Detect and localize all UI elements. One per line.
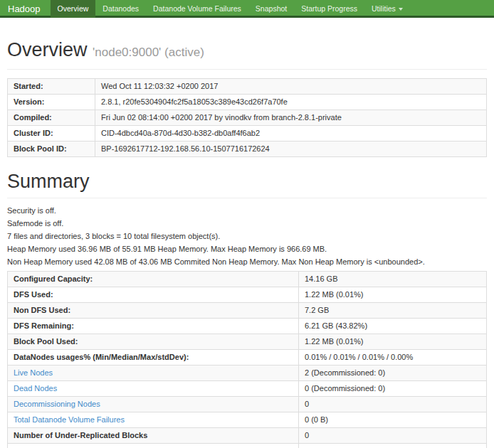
link-dead-nodes[interactable]: Dead Nodes	[14, 384, 57, 393]
row-value: 1.22 MB (0.01%)	[299, 287, 487, 303]
divider	[7, 198, 487, 198]
row-label-dfs-used: DFS Used:	[8, 287, 299, 303]
row-value: BP-1692617712-192.168.56.10-150771617262…	[95, 142, 487, 157]
overview-title: Overview	[7, 39, 88, 60]
row-value: 0	[299, 428, 487, 444]
row-value: 0 (Decommissioned: 0)	[299, 381, 487, 397]
summary-stat-0: Security is off.	[7, 207, 487, 215]
link-decommissioning-nodes[interactable]: Decommissioning Nodes	[14, 400, 100, 408]
nav-item-utilities[interactable]: Utilities	[364, 0, 410, 18]
row-value: 2.8.1, r20fe5304904fc2f5a18053c389e43cd2…	[95, 95, 487, 110]
row-label-dead-nodes: Dead Nodes	[8, 381, 299, 397]
table-row: DFS Remaining:6.21 GB (43.82%)	[8, 319, 487, 334]
page-container: Overview 'node0:9000' (active) Started:W…	[0, 39, 494, 448]
row-label-total-datanode-volume-failures: Total Datanode Volume Failures	[8, 412, 299, 428]
page-title: Overview 'node0:9000' (active)	[7, 39, 487, 63]
summary-stat-1: Safemode is off.	[7, 220, 487, 228]
row-label-configured-capacity: Configured Capacity:	[8, 272, 299, 287]
row-value: 6.21 GB (43.82%)	[299, 319, 487, 334]
row-value: 0	[299, 397, 487, 412]
summary-paragraphs: Security is off.Safemode is off.7 files …	[7, 207, 487, 266]
summary-stat-3: Heap Memory used 36.96 MB of 55.91 MB He…	[7, 245, 487, 253]
info-table-body: Started:Wed Oct 11 12:03:32 +0200 2017Ve…	[8, 79, 487, 157]
cluster-info-table: Started:Wed Oct 11 12:03:32 +0200 2017Ve…	[7, 78, 487, 157]
row-label-block-pool-used: Block Pool Used:	[8, 334, 299, 350]
caret-down-icon	[399, 8, 403, 11]
row-value: CID-4dbcd40a-870d-4d30-b382-db0aff4f6ab2	[95, 126, 487, 142]
summary-table: Configured Capacity:14.16 GBDFS Used:1.2…	[7, 271, 487, 448]
row-label-live-nodes: Live Nodes	[8, 366, 299, 381]
table-row: Number of Blocks Pending Deletion0	[8, 444, 487, 448]
nav-item-datanodes[interactable]: Datanodes	[95, 0, 146, 18]
summary-table-body: Configured Capacity:14.16 GBDFS Used:1.2…	[8, 272, 487, 448]
table-row: Cluster ID:CID-4dbcd40a-870d-4d30-b382-d…	[8, 126, 487, 142]
table-row: DataNodes usages% (Min/Median/Max/stdDev…	[8, 350, 487, 366]
table-row: Dead Nodes0 (Decommissioned: 0)	[8, 381, 487, 397]
navbar: Hadoop OverviewDatanodesDatanode Volume …	[0, 0, 494, 18]
navbar-items: OverviewDatanodesDatanode Volume Failure…	[51, 0, 410, 16]
row-value: 0	[299, 444, 487, 448]
namenode-address: 'node0:9000' (active)	[93, 46, 204, 59]
link-total-datanode-volume-failures[interactable]: Total Datanode Volume Failures	[14, 415, 125, 424]
row-value: 0 (0 B)	[299, 412, 487, 428]
row-label-cluster-id: Cluster ID:	[8, 126, 95, 142]
nav-item-overview[interactable]: Overview	[51, 0, 96, 18]
divider	[7, 69, 487, 70]
summary-stat-2: 7 files and directories, 3 blocks = 10 t…	[7, 233, 487, 240]
row-label-version: Version:	[8, 95, 95, 110]
table-row: Live Nodes2 (Decommissioned: 0)	[8, 366, 487, 381]
table-row: Number of Under-Replicated Blocks0	[8, 428, 487, 444]
row-label-datanodes-usages-min-median-max-stddev: DataNodes usages% (Min/Median/Max/stdDev…	[8, 350, 299, 366]
summary-title: Summary	[7, 171, 487, 192]
row-value: 14.16 GB	[299, 272, 487, 287]
row-label-compiled: Compiled:	[8, 110, 95, 126]
row-label-number-of-blocks-pending-deletion: Number of Blocks Pending Deletion	[8, 444, 299, 448]
row-value: Wed Oct 11 12:03:32 +0200 2017	[95, 79, 487, 95]
table-row: Block Pool ID:BP-1692617712-192.168.56.1…	[8, 142, 487, 157]
nav-item-startup-progress[interactable]: Startup Progress	[294, 0, 364, 18]
row-value: Fri Jun 02 08:14:00 +0200 2017 by vinodk…	[95, 110, 487, 126]
summary-section: Summary Security is off.Safemode is off.…	[7, 171, 487, 448]
nav-item-datanode-volume-failures[interactable]: Datanode Volume Failures	[146, 0, 248, 18]
row-label-block-pool-id: Block Pool ID:	[8, 142, 95, 157]
row-value: 1.22 MB (0.01%)	[299, 334, 487, 350]
table-row: Version:2.8.1, r20fe5304904fc2f5a18053c3…	[8, 95, 487, 110]
row-label-dfs-remaining: DFS Remaining:	[8, 319, 299, 334]
table-row: Block Pool Used:1.22 MB (0.01%)	[8, 334, 487, 350]
link-live-nodes[interactable]: Live Nodes	[14, 368, 53, 377]
table-row: Non DFS Used:7.2 GB	[8, 303, 487, 319]
row-value: 7.2 GB	[299, 303, 487, 319]
hadoop-brand[interactable]: Hadoop	[0, 0, 51, 16]
table-row: Started:Wed Oct 11 12:03:32 +0200 2017	[8, 79, 487, 95]
table-row: DFS Used:1.22 MB (0.01%)	[8, 287, 487, 303]
row-label-started: Started:	[8, 79, 95, 95]
row-value: 2 (Decommissioned: 0)	[299, 366, 487, 381]
nav-item-snapshot[interactable]: Snapshot	[248, 0, 294, 18]
row-value: 0.01% / 0.01% / 0.01% / 0.00%	[299, 350, 487, 366]
overview-section: Overview 'node0:9000' (active) Started:W…	[7, 39, 487, 157]
row-label-decommissioning-nodes: Decommissioning Nodes	[8, 397, 299, 412]
table-row: Compiled:Fri Jun 02 08:14:00 +0200 2017 …	[8, 110, 487, 126]
table-row: Configured Capacity:14.16 GB	[8, 272, 487, 287]
row-label-non-dfs-used: Non DFS Used:	[8, 303, 299, 319]
row-label-number-of-under-replicated-blocks: Number of Under-Replicated Blocks	[8, 428, 299, 444]
table-row: Decommissioning Nodes0	[8, 397, 487, 412]
table-row: Total Datanode Volume Failures0 (0 B)	[8, 412, 487, 428]
summary-stat-4: Non Heap Memory used 42.08 MB of 43.06 M…	[7, 258, 487, 266]
